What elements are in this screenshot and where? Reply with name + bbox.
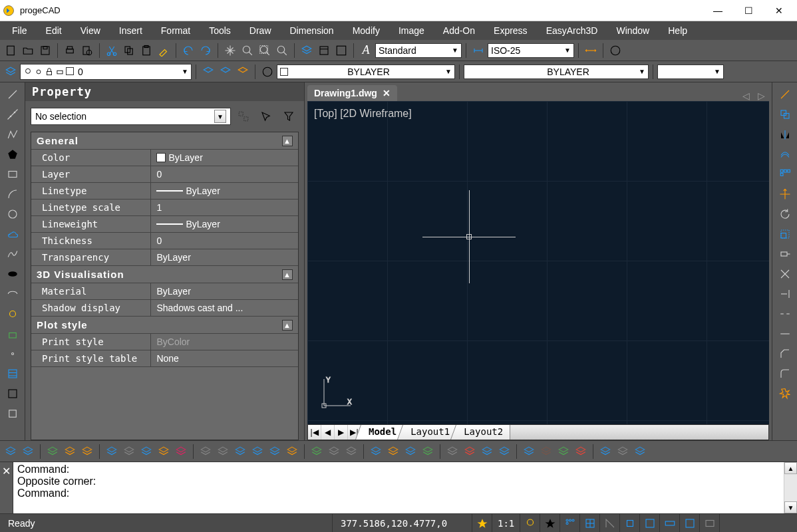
lineweight-combo[interactable]: ▼: [657, 65, 724, 79]
menu-dimension[interactable]: Dimension: [281, 23, 343, 39]
design-center-icon[interactable]: [333, 43, 349, 59]
make-block-icon[interactable]: [3, 325, 22, 343]
extend-icon[interactable]: [776, 285, 794, 303]
bottom-tool-icon[interactable]: [249, 444, 265, 460]
bottom-tool-icon[interactable]: [420, 444, 436, 460]
property-category[interactable]: Plot style▲: [31, 317, 298, 334]
layout-first-icon[interactable]: |◀: [308, 425, 321, 440]
minimize-button[interactable]: —: [703, 1, 733, 21]
color-combo[interactable]: BYLAYER▼: [277, 65, 455, 79]
offset-icon[interactable]: [776, 145, 794, 164]
layer-manager-icon[interactable]: [3, 64, 19, 80]
quick-select-icon[interactable]: [279, 106, 299, 126]
insert-block-icon[interactable]: [3, 305, 22, 323]
revision-cloud-icon[interactable]: [3, 225, 22, 243]
point-icon[interactable]: [3, 344, 22, 363]
bottom-tool-icon[interactable]: [121, 444, 137, 460]
property-category[interactable]: 3D Visualisation▲: [31, 266, 298, 283]
bottom-tool-icon[interactable]: [597, 444, 613, 460]
command-close-icon[interactable]: ✕: [0, 462, 13, 513]
match-prop-icon[interactable]: [156, 43, 172, 59]
menu-help[interactable]: Help: [659, 23, 697, 39]
paste-icon[interactable]: [138, 43, 154, 59]
menu-window[interactable]: Window: [607, 23, 659, 39]
snap-icon[interactable]: [472, 514, 492, 532]
close-tab-icon[interactable]: ✕: [383, 88, 391, 98]
property-row[interactable]: Print styleByColor: [31, 334, 298, 350]
ellipse-arc-icon[interactable]: [3, 285, 22, 303]
maximize-button[interactable]: ☐: [733, 1, 764, 21]
property-row[interactable]: ColorByLayer: [31, 150, 298, 166]
gradient-icon[interactable]: [3, 384, 22, 403]
stretch-icon[interactable]: [776, 245, 794, 263]
drawing-canvas[interactable]: [Top] [2D Wireframe] YX: [307, 101, 769, 424]
grid-toggle-icon[interactable]: [520, 514, 540, 532]
layout-next-icon[interactable]: ▶: [335, 425, 348, 440]
hatch-icon[interactable]: [3, 364, 22, 383]
region-icon[interactable]: [3, 404, 22, 423]
property-row[interactable]: Shadow displayShadows cast and ...: [31, 300, 298, 317]
bottom-tool-icon[interactable]: [556, 444, 571, 460]
close-window-button[interactable]: ✕: [764, 1, 794, 21]
osnap-grid-icon[interactable]: [560, 514, 580, 532]
bottom-tool-icon[interactable]: [462, 444, 478, 460]
color-wheel-icon[interactable]: [259, 64, 275, 80]
bottom-tool-icon[interactable]: [62, 444, 78, 460]
bottom-tool-icon[interactable]: [284, 444, 300, 460]
property-selection-combo[interactable]: No selection ▼: [31, 108, 231, 125]
bottom-tool-icon[interactable]: [45, 444, 61, 460]
model-icon[interactable]: [680, 514, 700, 532]
bottom-tool-icon[interactable]: [198, 444, 214, 460]
bottom-tool-icon[interactable]: [402, 444, 418, 460]
bottom-tool-icon[interactable]: [385, 444, 401, 460]
spline-icon[interactable]: [3, 245, 22, 263]
property-row[interactable]: Thickness0: [31, 233, 298, 249]
construction-line-icon[interactable]: [3, 105, 22, 124]
rotate-icon[interactable]: [776, 205, 794, 223]
zoom-extents-icon[interactable]: [257, 43, 273, 59]
print-preview-icon[interactable]: [79, 43, 95, 59]
break-icon[interactable]: [776, 305, 794, 323]
scale-icon[interactable]: [776, 225, 794, 243]
ellipse-icon[interactable]: [3, 265, 22, 283]
mirror-icon[interactable]: [776, 125, 794, 144]
dyn-icon[interactable]: [660, 514, 680, 532]
polygon-icon[interactable]: [3, 145, 22, 164]
property-row[interactable]: LineweightByLayer: [31, 216, 298, 233]
bottom-tool-icon[interactable]: [368, 444, 384, 460]
bottom-tool-icon[interactable]: [496, 444, 512, 460]
osnap-icon[interactable]: [580, 514, 600, 532]
copy-obj-icon[interactable]: [776, 105, 794, 124]
help-icon[interactable]: [607, 43, 623, 59]
text-style-icon[interactable]: A: [358, 43, 374, 59]
zoom-previous-icon[interactable]: [274, 43, 290, 59]
dim-style-combo[interactable]: ISO-25▼: [488, 43, 574, 58]
bottom-tool-icon[interactable]: [632, 444, 648, 460]
rectangle-icon[interactable]: [3, 165, 22, 184]
layer-previous-icon[interactable]: [200, 64, 216, 80]
layout-tab-layout1[interactable]: Layout1: [404, 425, 457, 440]
zoom-window-icon[interactable]: [239, 43, 255, 59]
bottom-tool-icon[interactable]: [326, 444, 342, 460]
fillet-icon[interactable]: [776, 364, 794, 383]
layer-iso-icon[interactable]: [235, 64, 251, 80]
linetype-combo[interactable]: BYLAYER▼: [464, 65, 649, 79]
join-icon[interactable]: [776, 325, 794, 343]
bottom-tool-icon[interactable]: [173, 444, 189, 460]
menu-modify[interactable]: Modify: [343, 23, 389, 39]
bottom-tool-icon[interactable]: [615, 444, 631, 460]
command-text[interactable]: Command:Opposite corner:Command:: [13, 462, 784, 513]
property-row[interactable]: TransparencyByLayer: [31, 249, 298, 266]
bottom-tool-icon[interactable]: [215, 444, 231, 460]
bottom-tool-icon[interactable]: [138, 444, 154, 460]
trim-icon[interactable]: [776, 265, 794, 283]
pan-icon[interactable]: [222, 43, 238, 59]
lwt-icon[interactable]: [640, 514, 660, 532]
property-row[interactable]: MaterialByLayer: [31, 283, 298, 300]
copy-icon[interactable]: [121, 43, 137, 59]
bottom-tool-icon[interactable]: [444, 444, 460, 460]
layers-icon[interactable]: [299, 43, 315, 59]
menu-view[interactable]: View: [71, 23, 110, 39]
property-category[interactable]: General▲: [31, 132, 298, 150]
menu-insert[interactable]: Insert: [110, 23, 152, 39]
